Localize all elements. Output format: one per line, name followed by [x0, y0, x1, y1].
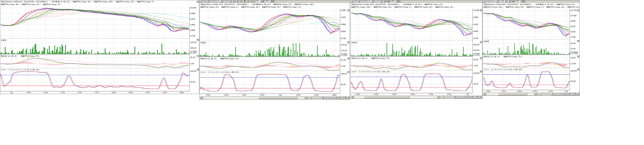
scroll-left-button[interactable]: ◀ — [200, 96, 203, 99]
chart-nav-button-5[interactable]: ▶ — [468, 96, 470, 98]
scrollbar-track[interactable] — [486, 93, 534, 96]
chart-nav-button-9[interactable]: ⊕ — [479, 96, 482, 98]
scrollbar-track[interactable] — [354, 96, 437, 98]
apply-button[interactable]: 適用 — [396, 0, 400, 2]
bar-type-button[interactable]: 足 — [508, 0, 511, 2]
chart-nav-button-3[interactable]: ↔ — [560, 93, 562, 96]
chart-area[interactable]: 9,9809,9209,8609,8009,740475.00215.00× 1… — [200, 9, 350, 94]
zoom-slider-handle[interactable] — [442, 96, 444, 98]
period-monthly-button[interactable]: 月 — [247, 0, 250, 2]
horizontal-scrollbar[interactable]: ◀ ▶ ◀+−↔▪▶DIB⊕ — [200, 96, 350, 99]
tick-value-input[interactable]: 15 — [256, 0, 260, 2]
scroll-left-button[interactable]: ◀ — [351, 96, 354, 98]
scrollbar-thumb[interactable] — [498, 93, 527, 95]
chart-nav-button-5[interactable]: ▶ — [336, 96, 338, 99]
apply-button[interactable]: 適用 — [521, 0, 525, 2]
chart-nav-button-9[interactable]: ⊕ — [347, 96, 350, 99]
horizontal-scrollbar[interactable]: ◀ ▶ ◀+−↔▪▶DIB⊕ — [351, 96, 482, 98]
chart-nav-button-8[interactable]: B — [476, 96, 479, 98]
chart-area[interactable]: 10,0659,9909,9159,8409,765300.00150.00× … — [351, 9, 482, 93]
chart-nav-button-7[interactable]: I — [571, 93, 574, 96]
chart-area[interactable]: 10,0409,9809,9209,8609,8009,740225.00100… — [0, 6, 199, 91]
section-collapse-button[interactable]: ▼ — [196, 55, 199, 57]
section-collapse-button[interactable]: ▼ — [196, 0, 199, 3]
chart-nav-button-6[interactable]: D — [471, 96, 474, 98]
chart-header: 日経225mini 11/09( 15分, 2011/07/22 - 2011/… — [200, 3, 350, 8]
chart-nav-button-6[interactable]: D — [568, 93, 571, 96]
scroll-right-button[interactable]: ▶ — [437, 96, 440, 98]
dropdown-arrow-icon[interactable]: ▼ — [200, 0, 202, 2]
section-collapse-button[interactable]: ▼ — [196, 68, 199, 70]
chart-nav-button-8[interactable]: B — [574, 93, 576, 96]
period-daily-button[interactable]: 日 — [240, 0, 242, 2]
dropdown-arrow-icon[interactable]: ▼ — [351, 0, 353, 2]
period-weekly-button[interactable]: 週 — [243, 0, 246, 2]
zoom-slider[interactable] — [308, 97, 321, 99]
chart-nav-button-1[interactable]: + — [554, 93, 556, 96]
section-collapse-button[interactable]: ▼ — [347, 71, 350, 73]
category-select[interactable]: 先物▼ — [203, 0, 210, 2]
section-collapse-button[interactable]: ▼ — [577, 40, 579, 42]
section-collapse-button[interactable]: ▼ — [480, 70, 482, 72]
period-yearly-button[interactable]: 年 — [250, 0, 253, 2]
chart-nav-button-3[interactable]: ↔ — [462, 96, 465, 98]
contract-select[interactable]: 11/09▼ — [224, 0, 232, 2]
section-collapse-button[interactable]: ▼ — [347, 57, 350, 60]
chart-nav-button-9[interactable]: ⊕ — [576, 93, 579, 96]
chart-nav-button-8[interactable]: B — [344, 96, 347, 99]
section-collapse-button[interactable]: ▼ — [480, 57, 482, 59]
scroll-right-button[interactable]: ▶ — [304, 96, 308, 99]
macd-label: MACD( 12, 26, 9 ) — [1, 55, 17, 57]
chart-nav-button-4[interactable]: ▪ — [332, 96, 335, 99]
section-collapse-button[interactable]: ▼ — [347, 9, 350, 11]
chart-nav-button-7[interactable]: I — [341, 96, 344, 99]
category-select[interactable]: 先物▼ — [354, 0, 360, 2]
zoom-slider[interactable] — [538, 93, 550, 95]
horizontal-scrollbar[interactable]: ◀ ▶ ◀+−↔▪▶DIB⊕ — [483, 92, 580, 96]
section-collapse-button[interactable]: ▼ — [480, 9, 482, 11]
chart-nav-button-3[interactable]: ↔ — [330, 96, 332, 99]
contract-select[interactable]: 11/09▼ — [375, 0, 383, 2]
zoom-slider-handle[interactable] — [540, 93, 541, 96]
scrollbar-track[interactable] — [203, 96, 304, 99]
symbol-select[interactable]: 日経225mini▼ — [361, 0, 374, 2]
chart-nav-button-2[interactable]: − — [556, 93, 559, 96]
symbol-select[interactable]: 日経225mini▼ — [486, 0, 499, 2]
chart-nav-button-2[interactable]: − — [327, 96, 330, 99]
section-collapse-button[interactable]: ▼ — [577, 55, 579, 58]
apply-button[interactable]: 適用 — [270, 0, 275, 2]
scrollbar-thumb[interactable] — [259, 97, 297, 99]
section-collapse-button[interactable]: ▼ — [480, 41, 482, 43]
scroll-left-button[interactable]: ◀ — [483, 93, 486, 96]
chart-nav-button-0[interactable]: ◀ — [321, 96, 324, 99]
chart-nav-button-5[interactable]: ▶ — [565, 93, 568, 96]
contract-select[interactable]: 11/09▼ — [500, 0, 508, 2]
scroll-right-button[interactable]: ▶ — [534, 93, 537, 96]
chart-nav-button-4[interactable]: ▪ — [562, 93, 565, 96]
section-collapse-button[interactable]: ▼ — [347, 41, 350, 43]
zoom-slider-handle[interactable] — [310, 97, 311, 99]
bars-count-input[interactable]: 500 — [391, 0, 396, 2]
period-minute-button[interactable]: 分 — [236, 0, 239, 2]
section-collapse-button[interactable]: ▼ — [577, 68, 579, 70]
chart-nav-button-0[interactable]: ◀ — [454, 96, 456, 98]
chart-nav-button-4[interactable]: ▪ — [465, 96, 468, 98]
bars-count-input[interactable]: 500 — [516, 0, 520, 2]
symbol-select[interactable]: 日経225mini▼ — [210, 0, 223, 2]
chart-nav-button-0[interactable]: ◀ — [551, 93, 554, 96]
bar-type-button[interactable]: 足 — [232, 0, 236, 2]
dropdown-arrow-icon[interactable]: ▼ — [483, 0, 485, 2]
chart-nav-button-2[interactable]: − — [459, 96, 462, 98]
zoom-slider[interactable] — [440, 96, 453, 98]
chart-nav-button-1[interactable]: + — [324, 96, 327, 99]
chart-area[interactable]: 10,13510,0609,9859,9109,8359,76055.0025.… — [483, 9, 580, 90]
chart-nav-button-7[interactable]: I — [474, 96, 476, 98]
stoch-axis-label: 100.00 — [341, 73, 347, 75]
section-collapse-button[interactable]: ▼ — [196, 38, 199, 41]
chart-nav-button-1[interactable]: + — [456, 96, 459, 98]
section-collapse-button[interactable]: ▼ — [577, 9, 579, 11]
scrollbar-thumb[interactable] — [364, 96, 410, 98]
bars-count-input[interactable]: 500 — [265, 0, 270, 2]
chart-nav-button-6[interactable]: D — [338, 96, 341, 99]
bar-type-button[interactable]: 足 — [384, 0, 386, 2]
